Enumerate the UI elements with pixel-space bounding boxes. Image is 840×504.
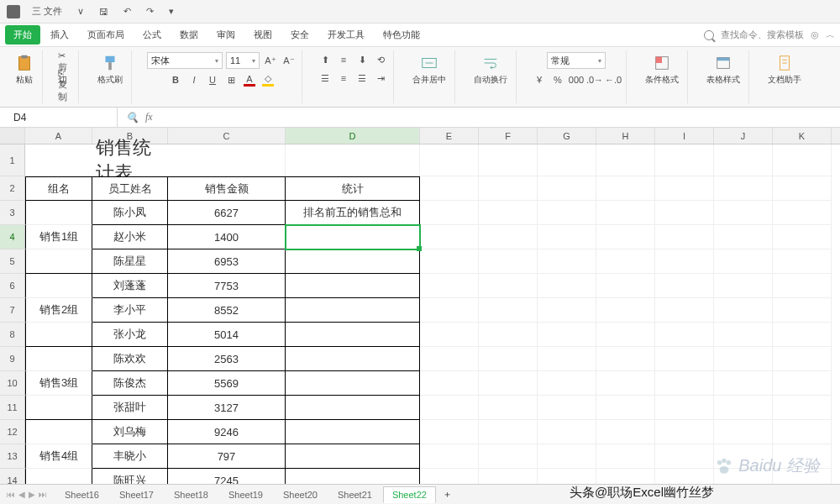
cell[interactable]	[25, 347, 92, 371]
tab-home[interactable]: 开始	[5, 25, 40, 45]
comma-icon[interactable]: 000	[569, 72, 584, 87]
cell[interactable]	[420, 444, 479, 469]
cell[interactable]	[596, 144, 655, 176]
cell-style-button[interactable]: 表格样式	[703, 52, 743, 87]
cell[interactable]	[25, 420, 92, 444]
row-header[interactable]: 2	[0, 176, 25, 201]
col-header[interactable]: H	[596, 128, 655, 144]
col-header[interactable]: A	[25, 128, 92, 144]
number-format-select[interactable]: 常规▾	[547, 52, 606, 69]
cell[interactable]	[479, 347, 538, 371]
cell[interactable]	[538, 323, 596, 347]
cell[interactable]	[655, 144, 714, 176]
percent-icon[interactable]: %	[550, 72, 565, 87]
align-right-icon[interactable]: ☰	[354, 71, 370, 86]
row-header[interactable]: 4	[0, 225, 25, 249]
cell[interactable]	[596, 347, 655, 371]
cell[interactable]	[479, 274, 538, 298]
cell[interactable]: 赵小米	[92, 225, 168, 249]
formula-input[interactable]	[161, 108, 840, 127]
cell[interactable]: 2563	[168, 347, 286, 371]
sheet-tab[interactable]: Sheet22	[383, 486, 436, 503]
cell[interactable]	[538, 371, 596, 396]
cell[interactable]	[714, 176, 773, 201]
cell[interactable]	[714, 420, 773, 444]
increase-font-icon[interactable]: A⁺	[263, 53, 278, 68]
add-sheet-icon[interactable]: ＋	[443, 488, 452, 501]
cell[interactable]	[286, 444, 420, 469]
align-top-icon[interactable]: ⬆	[318, 52, 333, 67]
sheet-tab[interactable]: Sheet21	[328, 486, 381, 503]
cell[interactable]: 陈俊杰	[92, 371, 168, 396]
cell[interactable]	[479, 298, 538, 323]
tab-security[interactable]: 安全	[282, 25, 318, 45]
col-header[interactable]: D	[286, 128, 420, 144]
col-header[interactable]: K	[773, 128, 832, 144]
cell[interactable]	[286, 469, 420, 484]
collab-icon[interactable]: ◎	[811, 29, 819, 40]
cell[interactable]: 5569	[168, 371, 286, 396]
cell[interactable]: 刘蓬蓬	[92, 274, 168, 298]
cell[interactable]	[596, 323, 655, 347]
cell[interactable]	[286, 225, 420, 249]
cell[interactable]	[286, 347, 420, 371]
cell[interactable]	[25, 323, 92, 347]
underline-button[interactable]: U	[205, 72, 220, 87]
row-header[interactable]: 13	[0, 444, 25, 469]
row-header[interactable]: 12	[0, 420, 25, 444]
cell[interactable]	[286, 249, 420, 274]
cell[interactable]: 销售2组	[25, 298, 92, 323]
cell[interactable]	[420, 396, 479, 420]
cell[interactable]	[773, 323, 832, 347]
tab-review[interactable]: 审阅	[208, 25, 244, 45]
cell[interactable]	[773, 371, 832, 396]
cell[interactable]: 9246	[168, 420, 286, 444]
cell[interactable]	[538, 249, 596, 274]
tab-view[interactable]: 视图	[245, 25, 281, 45]
cell[interactable]: 刘乌梅	[92, 420, 168, 444]
tab-data[interactable]: 数据	[171, 25, 207, 45]
cell[interactable]	[538, 298, 596, 323]
cell[interactable]	[420, 347, 479, 371]
cell[interactable]	[596, 201, 655, 225]
sheet-tab[interactable]: Sheet20	[274, 486, 327, 503]
sheet-tab[interactable]: Sheet17	[110, 486, 163, 503]
cell[interactable]	[420, 420, 479, 444]
cell[interactable]	[479, 225, 538, 249]
cell[interactable]: 销售3组	[25, 371, 92, 396]
col-header[interactable]: J	[714, 128, 773, 144]
wrap-button[interactable]: 自动换行	[470, 52, 511, 87]
cell[interactable]	[479, 176, 538, 201]
row-header[interactable]: 9	[0, 347, 25, 371]
cell[interactable]	[655, 249, 714, 274]
tab-special[interactable]: 特色功能	[375, 25, 428, 45]
cell[interactable]: 张甜叶	[92, 396, 168, 420]
decrease-font-icon[interactable]: A⁻	[281, 53, 297, 68]
fx-search-icon[interactable]: 🔍	[126, 112, 139, 123]
file-dropdown-icon[interactable]: ∨	[74, 4, 87, 18]
row-header[interactable]: 1	[0, 144, 25, 176]
row-header[interactable]: 7	[0, 298, 25, 323]
cell[interactable]	[773, 249, 832, 274]
cell[interactable]	[773, 298, 832, 323]
qa-undo-icon[interactable]: ↶	[120, 4, 134, 18]
cell[interactable]	[714, 144, 773, 176]
cell[interactable]	[714, 371, 773, 396]
cell[interactable]	[655, 469, 714, 484]
sheet-nav-last-icon[interactable]: ⏭	[39, 490, 47, 499]
cell[interactable]	[168, 144, 286, 176]
align-bottom-icon[interactable]: ⬇	[354, 52, 370, 67]
sheet-nav-prev-icon[interactable]: ◀	[18, 490, 25, 499]
cell[interactable]	[286, 323, 420, 347]
cell[interactable]	[714, 225, 773, 249]
cell[interactable]	[773, 225, 832, 249]
cell[interactable]	[714, 347, 773, 371]
cell[interactable]	[714, 274, 773, 298]
cell[interactable]: 销售1组	[25, 225, 92, 249]
cell[interactable]	[538, 420, 596, 444]
cell[interactable]	[773, 469, 832, 484]
chevron-up-icon[interactable]: ︿	[826, 29, 835, 41]
cell[interactable]	[420, 298, 479, 323]
cell[interactable]	[286, 144, 420, 176]
dec-decimal-icon[interactable]: ←.0	[606, 72, 621, 87]
